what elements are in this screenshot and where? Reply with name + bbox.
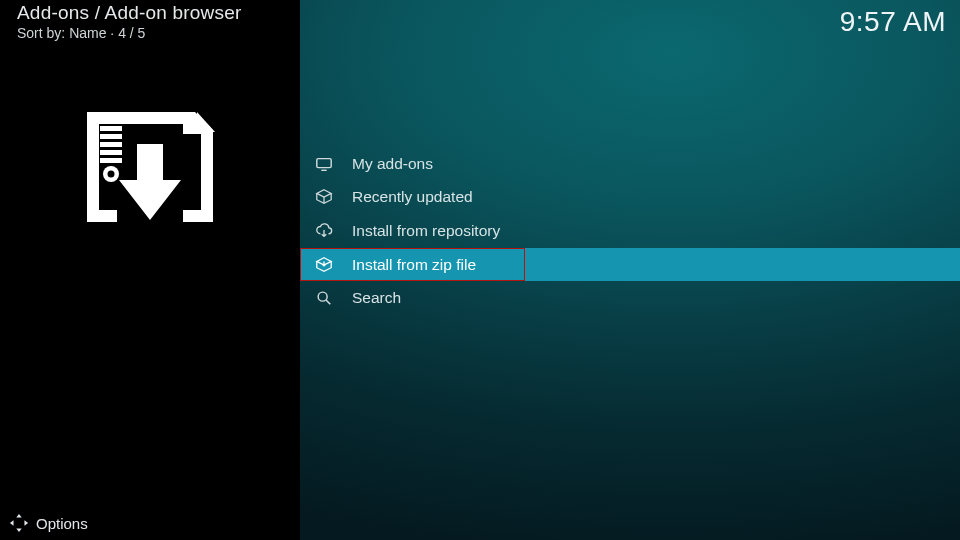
menu-item-label: Install from repository xyxy=(350,222,502,240)
menu-item-label: My add-ons xyxy=(350,155,435,173)
svg-rect-1 xyxy=(100,134,122,139)
dpad-icon xyxy=(8,512,30,534)
menu-item-my-addons[interactable]: My add-ons xyxy=(300,147,960,181)
sidebar: Add-ons / Add-on browser Sort by: Name ·… xyxy=(0,0,300,540)
menu-item-recently-updated[interactable]: Recently updated xyxy=(300,181,960,215)
clock: 9:57 AM xyxy=(840,6,946,38)
options-label: Options xyxy=(36,515,88,532)
addon-browser-menu: My add-ons Recently updated Install from… xyxy=(300,147,960,315)
svg-rect-4 xyxy=(100,158,122,163)
search-icon xyxy=(314,288,334,308)
menu-item-label: Install from zip file xyxy=(350,256,478,274)
svg-point-10 xyxy=(318,292,327,301)
svg-point-6 xyxy=(108,171,115,178)
svg-line-11 xyxy=(326,300,330,304)
menu-item-label: Recently updated xyxy=(350,188,475,206)
header: Add-ons / Add-on browser Sort by: Name ·… xyxy=(17,2,241,41)
menu-item-search[interactable]: Search xyxy=(300,281,960,315)
menu-item-label: Search xyxy=(350,289,403,307)
svg-rect-7 xyxy=(317,158,331,167)
box-icon xyxy=(314,187,334,207)
svg-rect-2 xyxy=(100,142,122,147)
menu-item-install-from-zip[interactable]: Install from zip file xyxy=(300,248,960,282)
breadcrumb: Add-ons / Add-on browser xyxy=(17,2,241,24)
menu-item-install-from-repository[interactable]: Install from repository xyxy=(300,214,960,248)
sort-info: Sort by: Name · 4 / 5 xyxy=(17,25,241,41)
svg-rect-3 xyxy=(100,150,122,155)
zip-install-icon xyxy=(314,255,334,275)
svg-rect-0 xyxy=(100,126,122,131)
zip-download-icon xyxy=(85,108,215,226)
cloud-down-icon xyxy=(314,221,334,241)
tv-icon xyxy=(314,154,334,174)
options-button[interactable]: Options xyxy=(0,506,88,540)
